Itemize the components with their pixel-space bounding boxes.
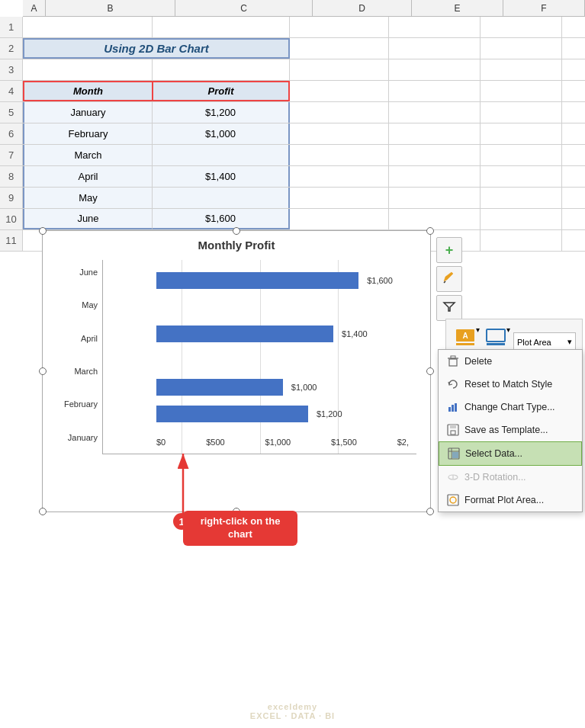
- ctx-save-template[interactable]: Save as Template...: [439, 419, 582, 441]
- svg-rect-9: [451, 356, 455, 358]
- chart-style-button[interactable]: [436, 266, 462, 292]
- cell-f6[interactable]: [481, 123, 562, 144]
- cell-d10[interactable]: [290, 209, 389, 229]
- cell-f10[interactable]: [481, 209, 562, 229]
- ctx-select-data[interactable]: Select Data...: [439, 441, 582, 466]
- cell-f9[interactable]: [481, 188, 562, 208]
- cell-d1[interactable]: [290, 17, 389, 37]
- cell-e5[interactable]: [389, 102, 481, 123]
- ctx-3d-label: 3-D Rotation...: [464, 472, 526, 483]
- cell-d9[interactable]: [290, 188, 389, 208]
- handle-ml: [39, 367, 47, 375]
- cell-d8[interactable]: [290, 166, 389, 187]
- cell-d4[interactable]: [290, 81, 389, 101]
- x-label-1000: $1,000: [265, 438, 291, 447]
- cell-d3[interactable]: [290, 59, 389, 80]
- svg-rect-3: [456, 343, 474, 345]
- chart-add-button[interactable]: +: [436, 237, 462, 263]
- cell-mar-profit[interactable]: [153, 145, 290, 165]
- cell-d6[interactable]: [290, 123, 389, 144]
- cell-e7[interactable]: [389, 145, 481, 165]
- cell-f1[interactable]: [481, 17, 562, 37]
- cell-c3[interactable]: [153, 59, 290, 80]
- handle-tl: [39, 227, 47, 235]
- svg-rect-6: [487, 343, 505, 345]
- bar-value-january: $1,200: [317, 409, 342, 419]
- svg-rect-12: [455, 403, 457, 412]
- cell-june[interactable]: June: [23, 209, 153, 229]
- bar-value-april: $1,400: [342, 329, 368, 338]
- bar-april: $1,400: [156, 326, 333, 342]
- cell-title[interactable]: Using 2D Bar Chart: [23, 38, 290, 59]
- cell-d5[interactable]: [290, 102, 389, 123]
- col-header-d: D: [313, 0, 412, 16]
- cell-april[interactable]: April: [23, 166, 153, 187]
- cell-may-profit[interactable]: [153, 188, 290, 208]
- annotation-area: 1 right-click on the chart: [42, 499, 431, 576]
- bar-january: $1,200: [156, 406, 308, 422]
- ctx-change-type[interactable]: Change Chart Type...: [439, 396, 582, 419]
- ctx-reset[interactable]: Reset to Match Style: [439, 373, 582, 396]
- x-label-1500: $1,500: [331, 438, 357, 447]
- watermark: exceldemyEXCEL · DATA · BI: [250, 702, 335, 720]
- cell-f3[interactable]: [481, 59, 562, 80]
- annotation-arrow: [103, 438, 256, 522]
- row-num-11: 11: [0, 230, 23, 251]
- chart-title: Monthly Profit: [49, 239, 424, 252]
- bar-row-march: [156, 348, 409, 373]
- cell-e8[interactable]: [389, 166, 481, 187]
- cell-e4[interactable]: [389, 81, 481, 101]
- column-headers: A B C D E F: [23, 0, 585, 17]
- row-num-1: 1: [0, 17, 23, 37]
- cell-feb-profit[interactable]: $1,000: [153, 123, 290, 144]
- cell-c1[interactable]: [153, 17, 290, 37]
- cell-e2[interactable]: [389, 38, 481, 59]
- cell-e1[interactable]: [389, 17, 481, 37]
- svg-rect-7: [449, 359, 457, 366]
- cell-january[interactable]: January: [23, 102, 153, 123]
- ctx-delete[interactable]: Delete: [439, 350, 582, 373]
- ctx-3d-rotation: 3-D Rotation...: [439, 466, 582, 489]
- cell-b1[interactable]: [23, 17, 153, 37]
- row-num-2: 2: [0, 38, 23, 59]
- svg-line-0: [444, 281, 445, 283]
- brush-icon: [442, 271, 456, 287]
- svg-rect-11: [452, 405, 454, 412]
- cell-d2[interactable]: [290, 38, 389, 59]
- cell-march[interactable]: March: [23, 145, 153, 165]
- cell-d7[interactable]: [290, 145, 389, 165]
- cell-profit-header[interactable]: Profit: [153, 81, 290, 101]
- row-num-6: 6: [0, 123, 23, 144]
- ctx-format-plot[interactable]: Format Plot Area...: [439, 489, 582, 512]
- chart-filter-button[interactable]: [436, 295, 462, 321]
- cell-f11[interactable]: [481, 230, 562, 251]
- cell-f4[interactable]: [481, 81, 562, 101]
- cell-february[interactable]: February: [23, 123, 153, 144]
- cell-jan-profit[interactable]: $1,200: [153, 102, 290, 123]
- cell-june-profit[interactable]: $1,600: [153, 209, 290, 229]
- bars-area: $1,600 $1,400: [156, 264, 409, 431]
- x-label-2000: $2,: [397, 438, 409, 447]
- spreadsheet: A B C D E F 1 2 Using 2D Bar Chart: [0, 0, 585, 728]
- cell-f8[interactable]: [481, 166, 562, 187]
- cell-apr-profit[interactable]: $1,400: [153, 166, 290, 187]
- cell-e10[interactable]: [389, 209, 481, 229]
- cell-e3[interactable]: [389, 59, 481, 80]
- ctx-save-template-label: Save as Template...: [464, 425, 548, 435]
- cell-f5[interactable]: [481, 102, 562, 123]
- cell-e6[interactable]: [389, 123, 481, 144]
- cell-may[interactable]: May: [23, 188, 153, 208]
- svg-rect-22: [448, 495, 458, 505]
- bar-row-february: $1,000: [156, 375, 409, 399]
- cell-e9[interactable]: [389, 188, 481, 208]
- cell-f7[interactable]: [481, 145, 562, 165]
- svg-rect-19: [452, 452, 458, 458]
- format-plot-icon: [446, 493, 460, 507]
- cell-month-header[interactable]: Month: [23, 81, 153, 101]
- cell-b3[interactable]: [23, 59, 153, 80]
- row-num-4: 4: [0, 81, 23, 101]
- table-row: 8 April $1,400: [0, 166, 585, 188]
- cell-f2[interactable]: [481, 38, 562, 59]
- svg-rect-5: [487, 329, 505, 342]
- delete-icon: [446, 354, 460, 368]
